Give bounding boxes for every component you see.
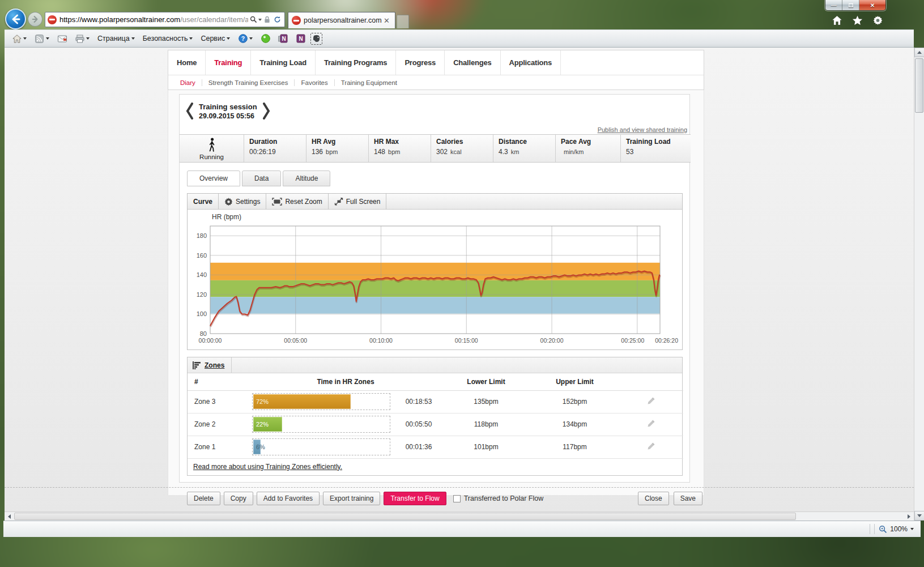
new-tab-button[interactable] [397, 15, 409, 28]
summary-duration: Duration00:26:19 [244, 135, 306, 162]
nav-item-training-programs[interactable]: Training Programs [316, 50, 396, 75]
publish-shared-training-link[interactable]: Publish and view shared training [598, 126, 687, 133]
home-icon[interactable] [832, 15, 842, 25]
read-mail-button[interactable] [54, 32, 70, 45]
scroll-left-button[interactable] [5, 512, 14, 521]
tab-altitude[interactable]: Altitude [283, 170, 330, 186]
service-menu[interactable]: Сервис [198, 33, 233, 44]
address-bar[interactable]: https://www.polarpersonaltrainer.com/use… [45, 12, 285, 27]
save-button[interactable]: Save [674, 492, 702, 505]
security-menu[interactable]: Безопасность [140, 33, 196, 44]
tab-data[interactable]: Data [242, 170, 281, 186]
onenote-clip-icon: N [278, 34, 288, 44]
search-icon[interactable] [248, 16, 258, 23]
nav-item-challenges[interactable]: Challenges [445, 50, 500, 75]
vertical-scroll-thumb[interactable] [915, 58, 923, 113]
nav-item-training[interactable]: Training [206, 50, 251, 75]
print-button[interactable] [72, 32, 92, 45]
browser-tab[interactable]: polarpersonaltrainer.com ✕ [288, 12, 395, 28]
transfer-to-flow-button[interactable]: Transfer to Flow [384, 492, 446, 505]
zone-name: Zone 1 [188, 436, 250, 458]
help-button[interactable]: ? [235, 32, 256, 45]
subnav-item-favorites[interactable]: Favorites [295, 79, 334, 86]
edit-zone-button[interactable] [647, 419, 655, 428]
horizontal-scroll-thumb[interactable] [14, 513, 796, 520]
evernote-elephant-icon [312, 34, 321, 44]
lock-icon[interactable] [262, 16, 272, 23]
edit-zone-button[interactable] [647, 442, 655, 450]
edit-zone-button[interactable] [647, 397, 655, 405]
next-session-button[interactable] [262, 101, 271, 121]
close-button-page[interactable]: Close [638, 492, 669, 505]
onenote-button[interactable]: N [293, 32, 308, 45]
previous-session-button[interactable] [185, 101, 194, 121]
summary-label: Distance [499, 138, 555, 146]
add-to-favorites-button[interactable]: Add to Favorites [257, 492, 320, 505]
subnav-item-diary[interactable]: Diary [174, 79, 202, 86]
subnav-item-training-equipment[interactable]: Training Equipment [335, 79, 403, 86]
zones-toggle[interactable]: Zones [188, 357, 232, 373]
back-arrow-icon [10, 14, 22, 25]
nav-item-applications[interactable]: Applications [501, 50, 561, 75]
zoom-control[interactable]: 100% [879, 525, 914, 534]
forward-button[interactable] [28, 12, 42, 27]
settings-gear-icon[interactable] [872, 15, 883, 25]
messenger-button[interactable] [258, 32, 273, 45]
hr-chart-panel: Curve Settings Reset Zoom Full Screen 80… [187, 193, 683, 350]
export-training-button[interactable]: Export training [323, 492, 380, 505]
maximize-button[interactable] [842, 0, 859, 10]
hr-chart[interactable]: 8010012014016018000:00:0000:05:0000:10:0… [188, 210, 682, 349]
chart-settings-button[interactable]: Settings [219, 194, 266, 209]
vertical-scrollbar[interactable] [914, 48, 924, 521]
chevron-right-icon [262, 103, 270, 120]
summary-pace-avg: Pace Avgmin/km [556, 135, 621, 162]
rss-icon [35, 34, 44, 44]
summary-label: HR Max [374, 138, 431, 146]
summary-distance: Distance4.3km [493, 135, 556, 162]
window-controls: — ✕ [825, 0, 886, 11]
scroll-right-button[interactable] [904, 512, 914, 521]
scroll-up-button[interactable] [914, 48, 924, 57]
minimize-button[interactable]: — [825, 0, 842, 10]
send-to-onenote-button[interactable]: N [275, 32, 291, 45]
zone-time: 00:18:53 [396, 398, 441, 406]
nav-item-progress[interactable]: Progress [396, 50, 445, 75]
feeds-button[interactable] [32, 32, 52, 45]
refresh-icon[interactable] [272, 16, 282, 23]
delete-button[interactable]: Delete [187, 492, 220, 505]
read-more-link[interactable]: Read more about using Training Zones eff… [193, 463, 342, 471]
zones-table-body: Zone 372%00:18:53135bpm152bpmZone 222%00… [188, 390, 683, 458]
chart-settings-label: Settings [236, 198, 260, 206]
home-page-button[interactable] [9, 32, 29, 45]
reset-zoom-button[interactable]: Reset Zoom [266, 194, 328, 209]
zones-col-edit [619, 373, 683, 390]
summary-value: 4.3km [499, 148, 555, 156]
summary-unit: kcal [450, 148, 462, 155]
nav-item-training-load[interactable]: Training Load [251, 50, 316, 75]
full-screen-button[interactable]: Full Screen [329, 194, 387, 209]
nav-item-home[interactable]: Home [168, 50, 206, 75]
sport-label: Running [199, 154, 224, 160]
horizontal-scrollbar[interactable] [5, 511, 914, 521]
subnav-item-strength-training-exercises[interactable]: Strength Training Exercises [202, 79, 295, 86]
arrow-down-icon [917, 514, 922, 517]
tab-overview[interactable]: Overview [187, 170, 240, 186]
page-menu[interactable]: Страница [95, 33, 138, 44]
evernote-button[interactable] [310, 33, 322, 45]
close-button[interactable]: ✕ [859, 0, 885, 10]
page-viewport: HomeTrainingTraining LoadTraining Progra… [5, 48, 914, 521]
summary-label: Training Load [626, 138, 696, 146]
transferred-checkbox[interactable] [453, 495, 461, 502]
back-button[interactable] [5, 8, 26, 29]
scroll-down-button[interactable] [914, 511, 924, 521]
tab-close-icon[interactable]: ✕ [382, 16, 391, 25]
favorites-star-icon[interactable] [852, 15, 863, 25]
zone-percent-label: 72% [256, 398, 269, 405]
zones-header: Zones [188, 357, 682, 373]
session-title: Training session [199, 103, 257, 111]
zone-name: Zone 3 [188, 390, 250, 413]
copy-button[interactable]: Copy [224, 492, 253, 505]
pencil-icon [647, 442, 655, 450]
summary-label: Duration [249, 138, 306, 146]
actions-divider [5, 487, 914, 488]
